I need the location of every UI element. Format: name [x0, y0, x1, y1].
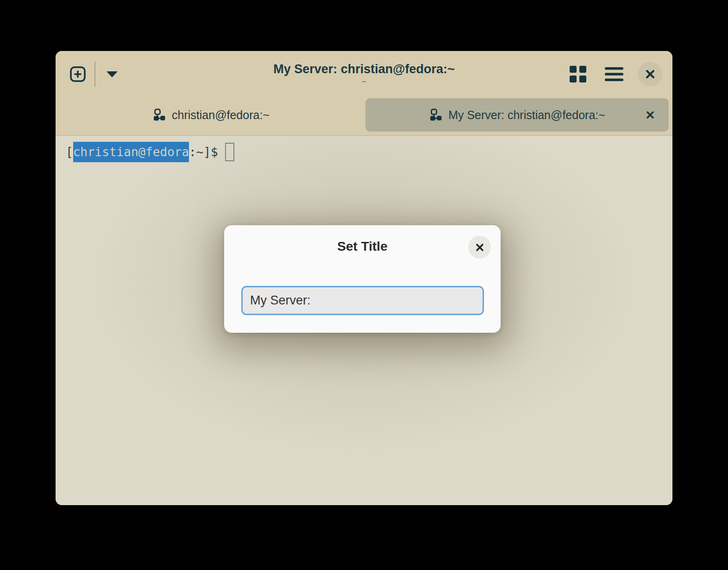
- tab-christian-fedora[interactable]: christian@fedora:~: [59, 98, 363, 132]
- dialog-close-button[interactable]: [468, 236, 491, 259]
- window-close-button[interactable]: [638, 62, 662, 86]
- tab-close-button[interactable]: [641, 106, 659, 124]
- shell-prompt: [christian@fedora:~]$: [66, 142, 234, 162]
- window-title: My Server: christian@fedora:~: [273, 62, 455, 76]
- chevron-down-icon: [106, 71, 118, 78]
- hamburger-icon: [605, 67, 623, 82]
- network-session-icon: [152, 108, 165, 121]
- network-session-icon: [429, 108, 442, 121]
- header-right-controls: [566, 51, 662, 97]
- new-tab-plus-icon: [69, 66, 86, 82]
- terminal-cursor: [225, 143, 234, 161]
- header-separator: [94, 62, 95, 87]
- new-tab-button[interactable]: [66, 62, 90, 86]
- tab-label: My Server: christian@fedora:~: [448, 108, 605, 122]
- title-input[interactable]: [241, 286, 484, 315]
- close-icon: [645, 69, 656, 80]
- tab-overview-button[interactable]: [566, 62, 590, 86]
- tab-strip: christian@fedora:~ My Server: christian@…: [59, 98, 669, 132]
- close-icon: [475, 242, 485, 253]
- prompt-prefix: [: [66, 142, 73, 162]
- tab-menu-button[interactable]: [100, 62, 124, 86]
- header-left-controls: [66, 51, 124, 97]
- tab-label: christian@fedora:~: [172, 108, 270, 122]
- header-bottom-divider: [56, 135, 672, 136]
- header-bar: My Server: christian@fedora:~ ~: [56, 51, 672, 136]
- close-icon: [646, 110, 655, 120]
- window-subtitle: ~: [362, 77, 367, 87]
- grid-icon: [570, 66, 586, 82]
- set-title-dialog: Set Title: [224, 225, 501, 333]
- title-row: My Server: christian@fedora:~ ~: [56, 51, 672, 97]
- prompt-selected-text: christian@fedora: [73, 142, 189, 162]
- dialog-title: Set Title: [224, 239, 501, 254]
- tab-my-server[interactable]: My Server: christian@fedora:~: [365, 98, 669, 132]
- prompt-suffix: :~]$: [189, 142, 218, 162]
- main-menu-button[interactable]: [602, 62, 626, 86]
